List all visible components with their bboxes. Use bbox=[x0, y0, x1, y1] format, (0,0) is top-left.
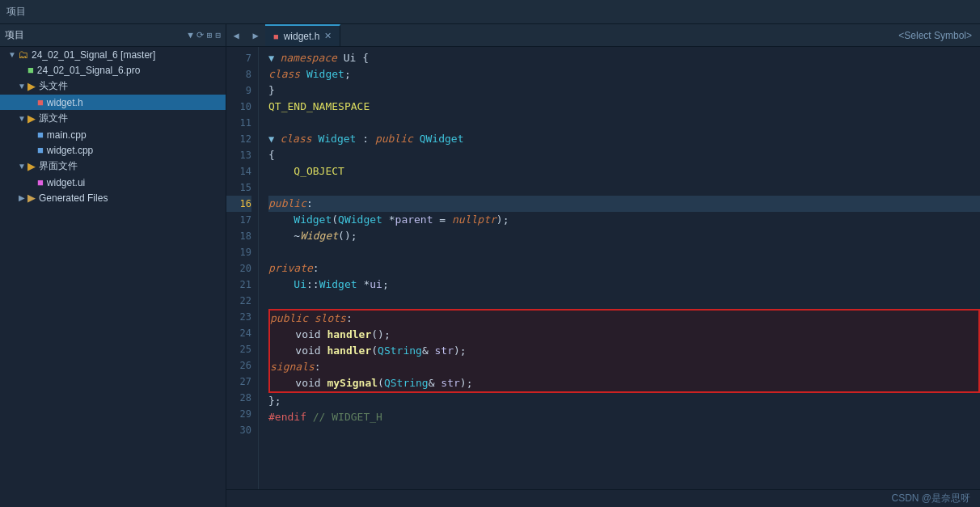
tab-close-button[interactable]: ✕ bbox=[324, 31, 332, 41]
tab-nav-left[interactable]: ◀ bbox=[226, 24, 246, 46]
tab-label: widget.h bbox=[284, 31, 320, 42]
classname-qstring-25: QString bbox=[378, 343, 422, 359]
punct-25d: & bbox=[422, 343, 435, 359]
tree-item-generated[interactable]: ▶ ▶ Generated Files bbox=[0, 190, 226, 205]
classname-qwidget-17: QWidget bbox=[338, 212, 382, 228]
tab-file-icon: ■ bbox=[273, 32, 279, 41]
punct-27d: & bbox=[429, 375, 441, 391]
punct-17e: ); bbox=[496, 212, 509, 228]
toolbar-title: 项目 bbox=[6, 5, 26, 19]
param-str-27: str bbox=[441, 375, 459, 391]
kw-void-24: void bbox=[295, 327, 320, 343]
punct-21c: * bbox=[357, 277, 370, 293]
sources-folder-icon: ▶ bbox=[27, 112, 36, 125]
ln-21: 21 bbox=[226, 277, 251, 293]
punct-27e: ); bbox=[460, 375, 473, 391]
code-content: ▼ namespace Ui { class Widget; } QT_END_… bbox=[259, 47, 980, 489]
code-line-26: signals: bbox=[270, 359, 978, 375]
code-line-27: void mySignal(QString& str); bbox=[270, 375, 978, 391]
tab-widget-h[interactable]: ■ widget.h ✕ bbox=[265, 24, 340, 46]
punct-17b: ( bbox=[332, 212, 338, 228]
tree-arrow-root: ▼ bbox=[6, 50, 18, 59]
watermark: CSDN @是奈思呀 bbox=[891, 492, 970, 505]
tree-item-root[interactable]: ▼ 🗂 24_02_01_Signal_6 [master] bbox=[0, 47, 226, 62]
tree-label-headers: 头文件 bbox=[39, 79, 68, 93]
q-object-macro: Q_OBJECT bbox=[294, 163, 344, 180]
punct-21b: :: bbox=[306, 277, 319, 293]
ln-13: 13 bbox=[226, 147, 251, 163]
comment-widget-h: // WIDGET_H bbox=[306, 409, 382, 425]
punct-17a bbox=[268, 212, 294, 228]
punct-8b: ; bbox=[344, 66, 351, 82]
punct-27b bbox=[321, 375, 327, 391]
tree-item-widget-ui[interactable]: ■ widget.ui bbox=[0, 175, 226, 190]
kw-signals: signals bbox=[270, 359, 315, 375]
tree-label-widget-ui: widget.ui bbox=[47, 177, 85, 188]
code-line-25: void handler(QString& str); bbox=[270, 343, 978, 359]
filter-icon[interactable]: ▼ bbox=[188, 30, 193, 40]
param-str-25: str bbox=[435, 343, 454, 359]
tree-item-sources[interactable]: ▼ ▶ 源文件 bbox=[0, 110, 226, 127]
code-line-10: QT_END_NAMESPACE bbox=[268, 99, 980, 115]
tree-label-sources: 源文件 bbox=[39, 112, 68, 125]
punct-24b bbox=[321, 327, 327, 343]
tree-item-widget-h[interactable]: ■ widget.h bbox=[0, 95, 226, 110]
top-toolbar: 项目 bbox=[0, 0, 980, 24]
tree-arrow-sources: ▼ bbox=[16, 114, 27, 123]
line-numbers: 7 8 9 10 11 12 13 14 15 16 17 18 19 20 2… bbox=[226, 47, 259, 489]
punct-27a bbox=[270, 375, 295, 391]
classname-qwidget: QWidget bbox=[420, 131, 464, 147]
punct-17d: = bbox=[433, 212, 452, 228]
punct-21d: ; bbox=[382, 277, 389, 293]
kw-class-8: class bbox=[268, 66, 300, 82]
ln-10: 10 bbox=[226, 99, 251, 115]
code-line-8: class Widget; bbox=[268, 66, 980, 82]
punct-12c bbox=[413, 131, 420, 147]
ln-17: 17 bbox=[226, 212, 251, 228]
punct-18a: ~ bbox=[268, 228, 300, 244]
func-handler-1: handler bbox=[327, 327, 371, 343]
punct-13: { bbox=[268, 147, 275, 163]
classname-12: Widget bbox=[318, 131, 356, 147]
headers-folder-icon: ▶ bbox=[27, 80, 36, 92]
kw-private-20: private bbox=[268, 260, 313, 277]
ln-27: 27 bbox=[226, 374, 251, 390]
tree-label-widget-cpp: widget.cpp bbox=[47, 145, 93, 156]
tree-item-widget-cpp[interactable]: ■ widget.cpp bbox=[0, 142, 226, 158]
punct-14a bbox=[268, 163, 294, 180]
tree-label-main-cpp: main.cpp bbox=[47, 129, 87, 141]
tree-item-headers[interactable]: ▼ ▶ 头文件 bbox=[0, 78, 226, 95]
code-editor[interactable]: 7 8 9 10 11 12 13 14 15 16 17 18 19 20 2… bbox=[226, 47, 980, 489]
tree-label-forms: 界面文件 bbox=[39, 159, 78, 173]
forms-folder-icon: ▶ bbox=[27, 160, 36, 172]
punct-23: : bbox=[346, 311, 353, 327]
qt-end-namespace: QT_END_NAMESPACE bbox=[268, 99, 370, 115]
classname-qstring-27: QString bbox=[384, 375, 429, 391]
tree-item-main-cpp[interactable]: ■ main.cpp bbox=[0, 127, 226, 142]
link-icon[interactable]: ⟳ bbox=[196, 30, 204, 40]
tree-arrow-forms: ▼ bbox=[16, 162, 27, 171]
code-line-24: void handler(); bbox=[270, 327, 978, 343]
punct-17c: * bbox=[382, 212, 395, 228]
tree-item-pro[interactable]: ■ 24_02_01_Signal_6.pro bbox=[0, 62, 226, 78]
sidebar-header: 项目 ▼ ⟳ ⊞ ⊟ bbox=[0, 24, 226, 47]
punct-21a bbox=[268, 277, 294, 293]
project-icon: 🗂 bbox=[18, 49, 28, 61]
punct-28: }; bbox=[268, 393, 281, 409]
collapse-icon[interactable]: ⊟ bbox=[215, 30, 221, 40]
tree-item-forms[interactable]: ▼ ▶ 界面文件 bbox=[0, 158, 226, 175]
kw-public-slots: public slots bbox=[270, 311, 346, 327]
ln-29: 29 bbox=[226, 406, 251, 422]
tab-nav-right[interactable]: ▶ bbox=[246, 24, 265, 46]
sidebar-header-title: 项目 bbox=[5, 28, 24, 42]
preprocessor-endif: #endif bbox=[268, 409, 306, 425]
select-symbol-area[interactable]: <Select Symbol> bbox=[890, 24, 980, 46]
tree-label-generated: Generated Files bbox=[39, 192, 108, 204]
expand-icon[interactable]: ⊞ bbox=[207, 30, 213, 40]
func-mysignal: mySignal bbox=[327, 375, 378, 391]
ln-15: 15 bbox=[226, 180, 251, 196]
classname-ui: Ui bbox=[294, 277, 306, 293]
tree-label-root: 24_02_01_Signal_6 [master] bbox=[32, 49, 155, 61]
cpp-file-icon-main: ■ bbox=[37, 129, 44, 141]
code-line-21: Ui::Widget *ui; bbox=[268, 277, 980, 293]
